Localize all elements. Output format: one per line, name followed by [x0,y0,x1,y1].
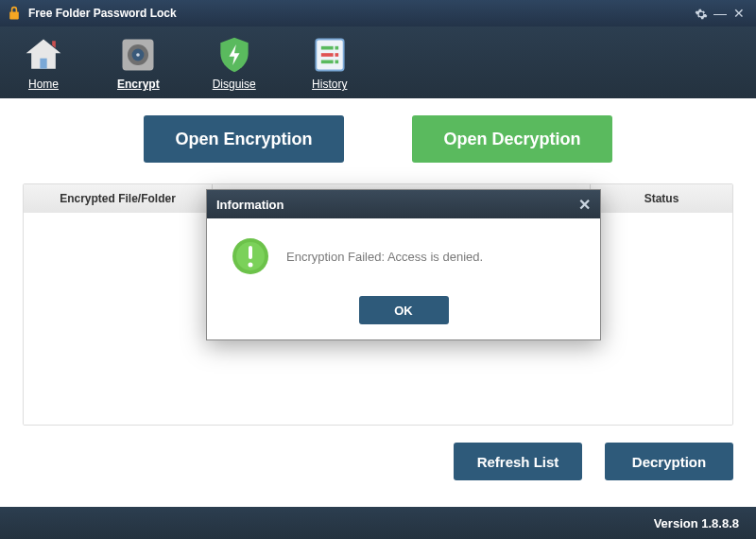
dialog-ok-button[interactable]: OK [359,296,449,324]
home-icon [23,34,64,76]
toolbar-item-label: Disguise [213,78,256,91]
toolbar-item-disguise[interactable]: Disguise [213,34,256,91]
minimize-button[interactable]: — [711,4,730,23]
shield-bolt-icon [214,34,255,76]
th-status[interactable]: Status [591,184,732,213]
svg-rect-9 [321,61,334,64]
toolbar-item-encrypt[interactable]: Encrypt [117,34,160,91]
dialog-title: Information [216,198,578,212]
lock-icon [8,6,23,21]
status-bar: Version 1.8.8.8 [0,507,756,539]
svg-rect-8 [335,53,338,57]
svg-rect-14 [249,246,252,259]
version-text: Version 1.8.8.8 [654,516,739,530]
svg-point-15 [249,263,253,268]
information-dialog: Information ✕ Encryption Failed: Access … [206,189,601,340]
svg-rect-10 [335,61,338,64]
dialog-message: Encryption Failed: Access is denied. [286,250,483,264]
refresh-list-button[interactable]: Refresh List [454,443,582,480]
dialog-close-button[interactable]: ✕ [578,196,591,214]
close-button[interactable]: ✕ [730,4,748,23]
open-decryption-button[interactable]: Open Decryption [412,115,612,163]
toolbar-item-label: History [312,78,347,91]
svg-rect-7 [321,53,334,57]
titlebar: Free Folder Password Lock — ✕ [0,0,756,26]
toolbar-item-home[interactable]: Home [23,34,64,91]
safe-icon [117,34,159,76]
svg-point-3 [137,53,141,57]
svg-rect-6 [335,46,338,50]
open-encryption-button[interactable]: Open Encryption [144,115,344,163]
toolbar: Home Encrypt Disguise History [0,26,756,98]
svg-rect-5 [321,46,334,50]
settings-button[interactable] [692,4,711,23]
app-title: Free Folder Password Lock [28,7,692,20]
toolbar-item-label: Home [28,78,59,91]
exclamation-icon [232,237,269,275]
toolbar-item-label: Encrypt [117,78,160,91]
dialog-titlebar: Information ✕ [207,190,600,218]
decryption-button[interactable]: Decryption [605,443,733,480]
list-icon [309,34,351,76]
th-file[interactable]: Encrypted File/Folder [24,184,213,213]
toolbar-item-history[interactable]: History [309,34,351,91]
